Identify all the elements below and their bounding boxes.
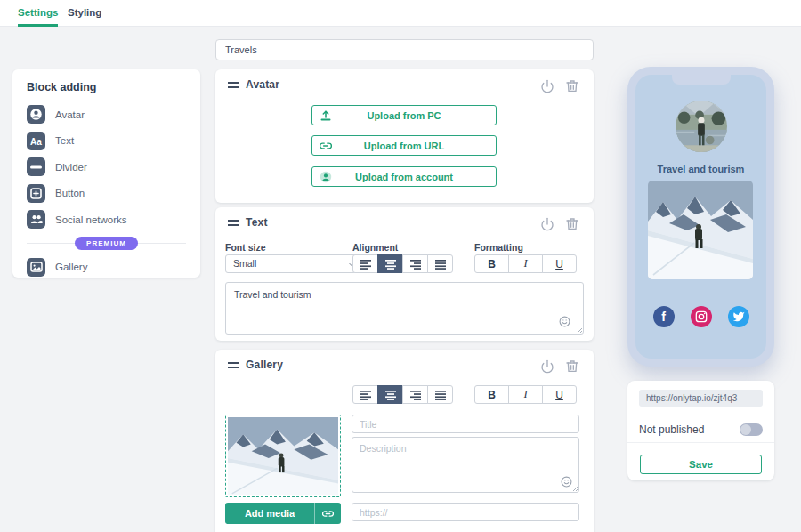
- alignment-group: [352, 254, 453, 273]
- sidebar-item-button[interactable]: Button: [27, 184, 186, 203]
- sidebar-item-label: Social networks: [55, 214, 127, 225]
- formatting-group: B I U: [474, 385, 577, 404]
- resize-handle-icon[interactable]: [572, 486, 578, 492]
- page-url-field[interactable]: https://onlytap.io/zjt4q3: [639, 390, 763, 407]
- align-left-button[interactable]: [352, 385, 378, 404]
- align-justify-button[interactable]: [427, 385, 453, 404]
- facebook-icon[interactable]: f: [653, 306, 675, 327]
- trash-icon[interactable]: [565, 359, 579, 374]
- drag-handle-icon[interactable]: [228, 362, 239, 368]
- formatting-label: Formatting: [474, 242, 523, 253]
- add-media-button[interactable]: Add media: [225, 503, 341, 524]
- underline-button[interactable]: U: [542, 254, 577, 273]
- align-right-button[interactable]: [402, 254, 428, 273]
- publish-panel: https://onlytap.io/zjt4q3 Not published …: [627, 381, 774, 480]
- account-icon: [320, 171, 332, 183]
- gallery-title-input[interactable]: [352, 415, 579, 433]
- trash-icon[interactable]: [565, 217, 579, 231]
- bold-button[interactable]: B: [474, 254, 509, 273]
- publish-toggle[interactable]: [740, 423, 763, 436]
- social-networks-block-icon: [27, 210, 45, 229]
- formatting-group: B I U: [474, 254, 577, 273]
- twitter-icon[interactable]: [728, 306, 749, 327]
- align-right-button[interactable]: [402, 385, 428, 404]
- upload-from-pc-button[interactable]: Upload from PC: [312, 105, 497, 125]
- block-adding-panel: Block adding Avatar Aa Text Divider Butt…: [12, 69, 200, 278]
- preview-gallery-photo: [648, 181, 753, 279]
- alignment-label: Alignment: [352, 242, 398, 253]
- upload-icon: [320, 109, 332, 122]
- font-size-select[interactable]: Small: [225, 254, 363, 273]
- tab-settings[interactable]: Settings: [18, 0, 58, 27]
- page-title-input[interactable]: [215, 39, 594, 60]
- align-justify-button[interactable]: [427, 254, 453, 273]
- align-center-button[interactable]: [377, 254, 403, 273]
- drag-handle-icon[interactable]: [228, 220, 239, 226]
- align-left-button[interactable]: [352, 254, 378, 273]
- bold-button[interactable]: B: [474, 385, 509, 404]
- alignment-group: [352, 385, 453, 404]
- gallery-block-icon: [27, 258, 45, 277]
- sidebar-item-label: Divider: [55, 162, 87, 173]
- power-toggle-icon[interactable]: [540, 359, 554, 374]
- sidebar-item-avatar[interactable]: Avatar: [27, 105, 186, 124]
- divider-block-icon: [27, 157, 45, 176]
- italic-button[interactable]: I: [508, 254, 543, 273]
- sidebar-item-text[interactable]: Aa Text: [27, 132, 186, 150]
- upload-from-account-button[interactable]: Upload from account: [312, 166, 497, 187]
- resize-handle-icon[interactable]: [577, 327, 583, 334]
- profile-avatar: [676, 101, 727, 152]
- panel-title: Text: [246, 216, 268, 229]
- save-button[interactable]: Save: [640, 455, 762, 474]
- gallery-block-panel: Gallery B I U Add media: [215, 350, 594, 532]
- svg-text:Aa: Aa: [30, 136, 42, 146]
- sidebar-item-label: Gallery: [55, 262, 87, 272]
- trash-icon[interactable]: [565, 79, 579, 93]
- sidebar-item-label: Avatar: [55, 109, 85, 120]
- panel-title: Block adding: [27, 81, 186, 93]
- phone-preview: Travel and tourism f: [627, 67, 774, 367]
- power-toggle-icon[interactable]: [540, 79, 554, 93]
- upload-from-url-button[interactable]: Upload from URL: [312, 135, 497, 156]
- link-icon: [320, 140, 332, 152]
- emoji-icon[interactable]: [561, 476, 572, 488]
- emoji-icon[interactable]: [559, 316, 570, 327]
- avatar-block-icon: [27, 105, 45, 124]
- social-icons-row: f: [635, 306, 766, 327]
- panel-title: Avatar: [246, 78, 279, 91]
- phone-screen: Travel and tourism f: [635, 75, 766, 359]
- premium-badge: PREMIUM: [75, 237, 138, 250]
- panel-title: Gallery: [246, 359, 283, 371]
- instagram-icon[interactable]: [691, 306, 712, 327]
- text-block-icon: Aa: [27, 132, 45, 150]
- premium-divider: PREMIUM: [27, 237, 186, 250]
- sidebar-item-gallery[interactable]: Gallery: [27, 258, 186, 277]
- sidebar-item-label: Button: [55, 188, 85, 198]
- publish-status-label: Not published: [639, 423, 704, 436]
- top-tab-bar: Settings Styling: [0, 0, 801, 27]
- gallery-link-input[interactable]: [352, 503, 579, 521]
- tab-styling[interactable]: Styling: [68, 0, 101, 27]
- drag-handle-icon[interactable]: [228, 82, 239, 88]
- text-block-panel: Text Font size Alignment Formatting Smal…: [215, 207, 594, 341]
- sidebar-item-label: Text: [55, 135, 74, 146]
- underline-button[interactable]: U: [542, 385, 577, 404]
- gallery-media-thumbnail[interactable]: [225, 415, 341, 497]
- button-block-icon: [27, 184, 45, 203]
- power-toggle-icon[interactable]: [540, 217, 554, 231]
- font-size-label: Font size: [225, 242, 266, 253]
- sidebar-item-social-networks[interactable]: Social networks: [27, 210, 186, 229]
- profile-name: Travel and tourism: [635, 164, 766, 174]
- italic-button[interactable]: I: [508, 385, 543, 404]
- avatar-block-panel: Avatar Upload from PC Upload from URL Up…: [215, 69, 594, 203]
- phone-notch: [672, 75, 731, 85]
- align-center-button[interactable]: [377, 385, 403, 404]
- text-content-textarea[interactable]: Travel and tourism: [225, 282, 584, 335]
- sidebar-item-divider[interactable]: Divider: [27, 157, 186, 176]
- gallery-description-textarea[interactable]: [352, 437, 579, 493]
- link-icon[interactable]: [315, 508, 341, 520]
